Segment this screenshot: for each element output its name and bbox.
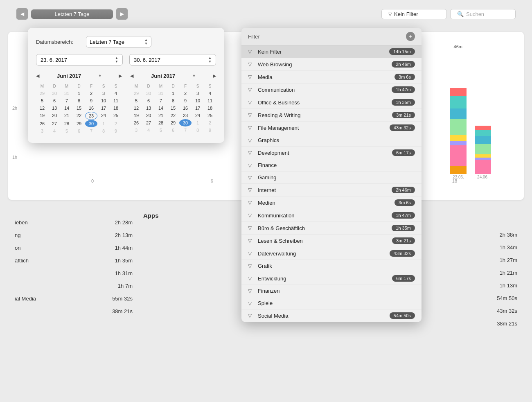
cal1-cell-26[interactable]: 26 [36,120,48,127]
cal1-cell-4b[interactable]: 4 [48,127,61,135]
cal2-cell-30[interactable]: 30 [142,90,155,97]
cal1-cell-30[interactable]: 30 [48,90,61,97]
search-button[interactable]: 🔍 Suchen [450,9,516,19]
cal2-cell-21[interactable]: 21 [155,112,167,119]
cal1-cell-27[interactable]: 27 [48,120,61,127]
filter-item-4[interactable]: ▽Office & Business1h 35m [241,96,422,109]
cal1-cell-16[interactable]: 16 [85,104,97,112]
cal1-cell-3b[interactable]: 3 [36,127,48,135]
cal2-cell-26[interactable]: 26 [130,119,142,126]
cal2-cell-15[interactable]: 15 [167,104,179,112]
filter-item-15[interactable]: ▽Lesen & Schreiben3m 21s [241,235,422,247]
cal2-cell-7b[interactable]: 7 [179,126,192,134]
cal2-cell-18[interactable]: 18 [204,104,216,112]
cal2-cell-17[interactable]: 17 [192,104,204,112]
cal2-cell-9[interactable]: 9 [179,97,192,104]
cal2-cell-23[interactable]: 23 [179,112,192,119]
cal1-cell-6[interactable]: 6 [48,97,61,104]
forward-button[interactable]: ▶ [116,8,128,20]
filter-item-21[interactable]: ▽Social Media54m 50s [241,309,422,322]
cal2-cell-14[interactable]: 14 [155,104,167,112]
cal1-cell-3[interactable]: 3 [97,90,110,97]
cal2-cell-1[interactable]: 1 [167,90,179,97]
filter-item-9[interactable]: ▽Finance [241,159,422,172]
cal1-cell-24[interactable]: 24 [97,112,110,120]
filter-item-20[interactable]: ▽Spiele [241,297,422,309]
cal2-cell-9b[interactable]: 9 [204,126,216,134]
cal1-cell-23-today[interactable]: 23 [85,112,97,120]
cal1-cell-5[interactable]: 5 [36,97,48,104]
filter-item-11[interactable]: ▽Internet2h 46m [241,184,422,196]
cal2-cell-25[interactable]: 25 [204,112,216,119]
cal1-cell-12[interactable]: 12 [36,104,48,112]
filter-item-6[interactable]: ▽File Management43m 32s [241,122,422,134]
cal2-cell-12[interactable]: 12 [130,104,142,112]
cal1-cell-28[interactable]: 28 [61,120,73,127]
datepicker-range-select[interactable]: Letzten 7 Tage ▲ ▼ [86,36,151,47]
cal1-cell-2[interactable]: 2 [85,90,97,97]
cal1-cell-1[interactable]: 1 [73,90,85,97]
cal2-cell-6[interactable]: 6 [142,97,155,104]
cal1-cell-25[interactable]: 25 [110,112,122,120]
cal1-cell-9[interactable]: 9 [85,97,97,104]
cal2-next[interactable]: ▶ [213,73,216,79]
filter-item-19[interactable]: ▽Finanzen [241,285,422,297]
cal1-cell-6b[interactable]: 6 [73,127,85,135]
cal2-cell-31[interactable]: 31 [155,90,167,97]
stepper-control[interactable]: ▲ ▼ [144,38,148,45]
start-date-stepper[interactable]: ▲ ▼ [115,56,118,63]
cal1-cell-22[interactable]: 22 [73,112,85,120]
cal2-cell-8b[interactable]: 8 [192,126,204,134]
filter-item-13[interactable]: ▽Kommunikation1h 47m [241,209,422,222]
cal2-cell-8[interactable]: 8 [167,97,179,104]
cal2-cell-11[interactable]: 11 [204,97,216,104]
cal1-cell-7b[interactable]: 7 [85,127,97,135]
cal2-cell-7[interactable]: 7 [155,97,167,104]
cal1-cell-4[interactable]: 4 [110,90,122,97]
cal1-cell-21[interactable]: 21 [61,112,73,120]
filter-item-1[interactable]: ▽Web Browsing2h 46m [241,58,422,71]
cal1-cell-8b[interactable]: 8 [97,127,110,135]
cal2-cell-5[interactable]: 5 [130,97,142,104]
cal1-cell-7[interactable]: 7 [61,97,73,104]
cal2-cell-30-sel[interactable]: 30 [179,119,192,126]
cal1-cell-29[interactable]: 29 [36,90,48,97]
filter-item-2[interactable]: ▽Media3m 6s [241,71,422,84]
cal1-cell-8[interactable]: 8 [73,97,85,104]
cal1-cell-1b[interactable]: 1 [97,120,110,127]
cal2-cell-5b[interactable]: 5 [155,126,167,134]
filter-add-button[interactable]: + [406,32,415,41]
filter-button[interactable]: ▽ Kein Filter [381,9,447,19]
cal1-cell-10[interactable]: 10 [97,97,110,104]
cal2-cell-6b[interactable]: 6 [167,126,179,134]
cal1-cell-29b[interactable]: 29 [73,120,85,127]
filter-item-3[interactable]: ▽Communication1h 47m [241,84,422,96]
filter-item-14[interactable]: ▽Büro & Geschäftlich1h 35m [241,222,422,235]
cal2-cell-28[interactable]: 28 [155,119,167,126]
filter-item-17[interactable]: ▽Grafik [241,260,422,272]
cal2-cell-22[interactable]: 22 [167,112,179,119]
cal1-cell-20[interactable]: 20 [48,112,61,120]
cal1-cell-11[interactable]: 11 [110,97,122,104]
cal2-cell-1b[interactable]: 1 [192,119,204,126]
end-date-input[interactable]: 30. 6. 2017 ▲ ▼ [129,54,216,65]
cal2-cell-19[interactable]: 19 [130,112,142,119]
start-date-input[interactable]: 23. 6. 2017 ▲ ▼ [36,54,123,65]
filter-item-10[interactable]: ▽Gaming [241,172,422,184]
cal1-cell-14[interactable]: 14 [61,104,73,112]
cal2-cell-27[interactable]: 27 [142,119,155,126]
filter-item-8[interactable]: ▽Development6m 17s [241,147,422,159]
end-date-stepper[interactable]: ▲ ▼ [208,56,212,63]
cal2-cell-16[interactable]: 16 [179,104,192,112]
cal1-cell-13[interactable]: 13 [48,104,61,112]
cal2-cell-20[interactable]: 20 [142,112,155,119]
cal1-next[interactable]: ▶ [119,73,122,79]
cal2-cell-3b[interactable]: 3 [130,126,142,134]
cal1-cell-31[interactable]: 31 [61,90,73,97]
cal2-cell-3[interactable]: 3 [192,90,204,97]
filter-item-5[interactable]: ▽Reading & Writing3m 21s [241,109,422,122]
filter-item-0[interactable]: ▽Kein Filter14h 15m [241,45,422,58]
cal2-cell-2b[interactable]: 2 [204,119,216,126]
filter-item-18[interactable]: ▽Entwicklung6m 17s [241,272,422,285]
cal2-cell-10[interactable]: 10 [192,97,204,104]
